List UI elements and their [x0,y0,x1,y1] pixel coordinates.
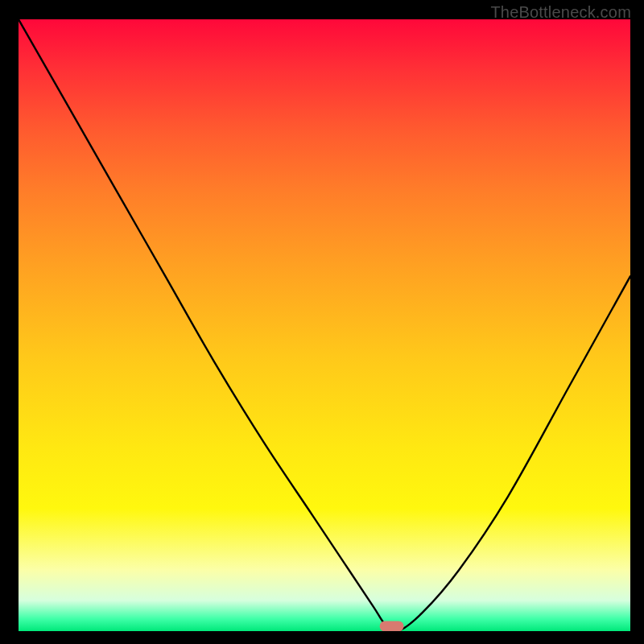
bottleneck-curve-path [19,19,630,631]
optimum-marker [380,621,404,631]
chart-frame: TheBottleneck.com [0,0,644,644]
plot-area [19,19,630,631]
curve-svg [19,19,630,631]
